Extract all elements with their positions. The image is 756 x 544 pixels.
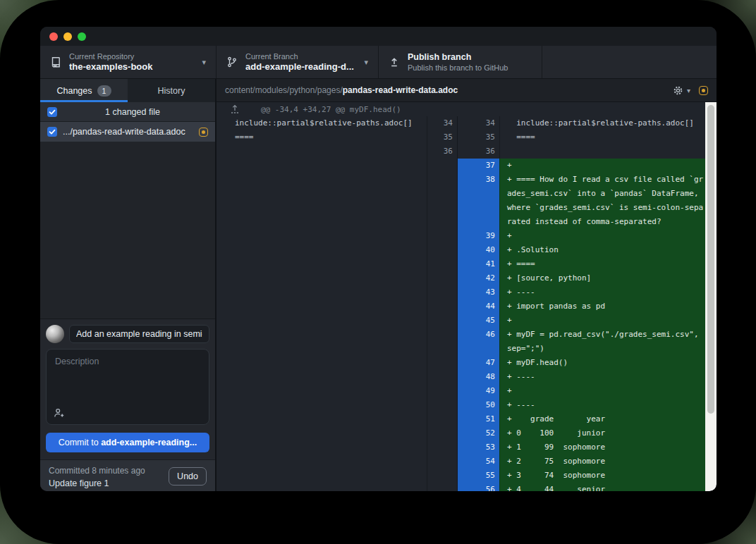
new-line-content: + 1 99 sophomore [499,440,705,455]
old-line-number[interactable] [427,299,457,314]
new-line-number[interactable]: 41 [457,257,499,271]
old-line-number[interactable] [427,398,457,412]
old-line-number[interactable] [427,243,457,257]
new-line-number[interactable]: 43 [457,285,499,299]
changed-file-name: .../pandas-read-write-data.adoc [63,127,199,137]
modified-status-icon [699,86,708,95]
old-line-content [217,173,427,229]
old-line-content [217,285,427,299]
old-line-number[interactable] [427,159,457,173]
new-line-content: + [499,384,705,398]
old-line-number[interactable] [427,455,457,469]
current-branch-button[interactable]: Current Branch add-example-reading-d... … [217,46,379,78]
new-line-number[interactable]: 45 [457,314,499,328]
publish-branch-button[interactable]: Publish branch Publish this branch to Gi… [379,46,542,78]
new-line-content: + .Solution [499,243,705,257]
tab-history-label: History [158,86,185,96]
new-line-number[interactable]: 36 [457,144,499,159]
old-line-number[interactable] [427,469,457,483]
expand-hunk-up-icon[interactable] [230,104,240,114]
old-line-number[interactable] [427,285,457,299]
github-desktop-window: Current Repository the-examples-book ▾ C… [40,27,717,491]
old-line-number[interactable] [427,412,457,426]
new-line-number[interactable]: 35 [457,130,499,144]
commit-summary-input[interactable] [69,325,209,343]
new-line-number[interactable]: 55 [457,469,499,483]
select-all-checkbox[interactable] [47,107,57,117]
file-path-directory: content/modules/python/pages/ [225,85,343,95]
new-line-content: + [source, python] [499,271,705,285]
new-line-content: + 2 75 sophomore [499,455,705,469]
old-line-number[interactable] [427,173,457,229]
changed-file-row[interactable]: .../pandas-read-write-data.adoc [40,122,215,142]
new-line-content: + 0 100 junior [499,426,705,440]
old-line-number[interactable]: 34 [427,116,457,130]
zoom-window-button[interactable] [78,32,86,41]
publish-branch-title: Publish branch [408,52,532,63]
old-line-number[interactable] [427,356,457,370]
changed-files-header: 1 changed file [40,102,215,122]
diff-content: @@ -34,4 +34,27 @@ myDF.head() include::… [217,102,717,491]
old-line-content [217,440,427,455]
new-line-number[interactable]: 56 [457,483,499,491]
old-line-number[interactable] [427,370,457,384]
old-line-number[interactable] [427,483,457,491]
old-line-number[interactable] [427,271,457,285]
current-repository-label: Current Repository [69,52,196,61]
toolbar: Current Repository the-examples-book ▾ C… [40,46,717,79]
old-line-content [217,469,427,483]
hunk-header-text: @@ -34,4 +34,27 @@ myDF.head() [261,105,401,114]
new-line-number[interactable]: 51 [457,412,499,426]
new-line-number[interactable]: 47 [457,356,499,370]
new-line-number[interactable]: 40 [457,243,499,257]
close-window-button[interactable] [49,32,58,41]
diff-options-button[interactable]: ▾ [673,85,690,96]
old-line-number[interactable]: 36 [427,144,457,159]
new-line-number[interactable]: 50 [457,398,499,412]
old-line-number[interactable] [427,426,457,440]
modified-status-icon [199,128,208,137]
new-line-content: + ---- [499,398,705,412]
new-line-number[interactable]: 37 [457,159,499,173]
new-line-content: + ---- [499,370,705,384]
new-line-number[interactable]: 52 [457,426,499,440]
commit-description-input[interactable] [47,350,209,424]
current-branch-value: add-example-reading-d... [245,61,358,73]
new-line-number[interactable]: 49 [457,384,499,398]
add-coauthor-icon[interactable] [54,407,65,419]
new-line-number[interactable]: 38 [457,173,499,229]
new-line-number[interactable]: 48 [457,370,499,384]
new-line-number[interactable]: 39 [457,229,499,243]
new-line-content: + grade year [499,412,705,426]
new-line-number[interactable]: 44 [457,299,499,314]
new-line-number[interactable]: 46 [457,328,499,356]
diff-scrollbar-thumb[interactable] [707,105,714,414]
new-line-number[interactable]: 42 [457,271,499,285]
old-line-number[interactable] [427,328,457,356]
new-line-number[interactable]: 53 [457,440,499,455]
tab-history[interactable]: History [128,79,215,102]
new-line-number[interactable]: 54 [457,455,499,469]
git-branch-icon [226,56,238,68]
minimize-window-button[interactable] [63,32,72,41]
titlebar [40,27,717,46]
toolbar-empty-space [542,46,717,78]
current-repository-button[interactable]: Current Repository the-examples-book ▾ [40,46,217,78]
current-branch-label: Current Branch [245,52,358,61]
tab-changes[interactable]: Changes 1 [40,79,128,102]
undo-button[interactable]: Undo [169,467,207,486]
old-line-content [217,356,427,370]
new-line-content: + import pandas as pd [499,299,705,314]
new-line-number[interactable]: 34 [457,116,499,130]
old-line-number[interactable] [427,314,457,328]
old-line-number[interactable] [427,229,457,243]
commit-panel: Commit to add-example-reading... [40,319,215,459]
old-line-number[interactable] [427,257,457,271]
old-line-number[interactable] [427,384,457,398]
chevron-down-icon: ▾ [202,58,206,67]
file-include-checkbox[interactable] [47,127,57,137]
diff-scrollbar-track[interactable] [705,102,717,491]
old-line-number[interactable]: 35 [427,130,457,144]
old-line-number[interactable] [427,440,457,455]
commit-button[interactable]: Commit to add-example-reading... [46,433,209,452]
